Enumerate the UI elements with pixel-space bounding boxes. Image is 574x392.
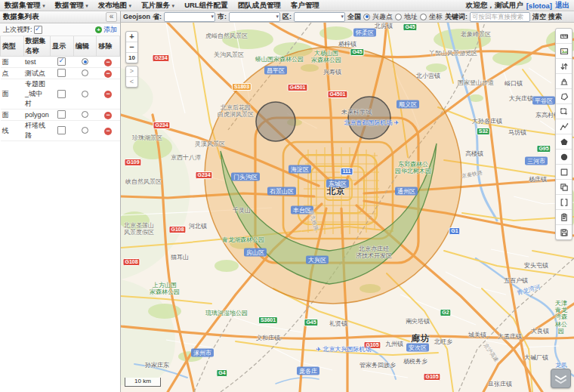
draw-polygon-button[interactable] [556, 89, 572, 104]
search-button[interactable]: 搜索 [548, 12, 562, 22]
dataset-type: 面 [1, 110, 24, 121]
dataset-name: 专题图_城中村 [23, 79, 51, 110]
edit-radio[interactable] [82, 127, 88, 134]
basemap-image-icon [560, 47, 569, 56]
measure-button[interactable] [556, 29, 572, 44]
add-dataset-button[interactable]: + 添加 [95, 25, 117, 35]
edit-radio[interactable] [82, 111, 88, 118]
clear-button[interactable]: 清空 [532, 12, 546, 22]
district-label: 区: [282, 12, 292, 22]
visible-checkbox[interactable] [57, 110, 66, 119]
clipboard-button[interactable] [556, 210, 572, 225]
poi-radio-label[interactable]: 兴趣点 [372, 12, 393, 22]
landmark-button[interactable] [556, 74, 572, 89]
poi-radio[interactable] [363, 14, 370, 20]
nationwide-button[interactable]: 全国 [347, 12, 361, 22]
chevron-down-icon: ▾ [211, 14, 214, 20]
chevron-down-icon: ▾ [341, 14, 344, 20]
menu-item-3[interactable]: 瓦片服务 ▾ [141, 1, 174, 11]
coord-radio[interactable] [420, 14, 427, 20]
table-row-3: 面polygon− [1, 110, 120, 121]
menu-item-4[interactable]: URL组件配置 [184, 1, 228, 11]
select-box-icon [560, 107, 569, 116]
last-view-row: 上次视野: + 添加 [0, 23, 120, 36]
district-select[interactable]: ▾ [294, 12, 345, 22]
scale-bar: 10 km [125, 378, 161, 387]
map-canvas[interactable]: G234G234G234G109G108G108G4501G4501G105G1… [121, 23, 574, 392]
address-radio[interactable] [395, 14, 402, 20]
history-control: > < [125, 66, 138, 88]
keyword-input[interactable] [470, 12, 530, 22]
keyword-label: 关键词: [445, 12, 468, 22]
menu-item-1[interactable]: 数据管理 ▾ [55, 1, 88, 11]
city-label: 市: [218, 12, 227, 22]
table-row-0: 面test− [1, 57, 120, 68]
clipboard-icon [560, 213, 569, 222]
coord-radio-label[interactable]: 坐标 [429, 12, 443, 22]
chevron-down-icon: ▾ [276, 14, 279, 20]
draw-polygon-icon [560, 92, 569, 101]
history-forward-button[interactable]: > [126, 66, 137, 77]
address-radio-label[interactable]: 地址 [404, 12, 418, 22]
table-row-4: 线杆塔线路− [1, 121, 120, 141]
visible-checkbox[interactable] [57, 126, 66, 134]
swap-icon [560, 62, 569, 71]
col-type: 类型 [1, 36, 24, 57]
dataset-name: 杆塔线路 [23, 121, 51, 141]
landmark-icon [560, 77, 569, 86]
swap-button[interactable] [556, 59, 572, 74]
select-box-button[interactable] [556, 104, 572, 119]
dataset-name: 测试点 [23, 68, 51, 79]
draw-polyline-button[interactable] [556, 119, 572, 134]
overlay-left-eye [256, 102, 295, 141]
last-view-checkbox[interactable] [34, 26, 42, 34]
plus-icon: + [95, 26, 102, 33]
edit-radio[interactable] [82, 69, 88, 76]
menu-item-6[interactable]: 客户管理 [291, 1, 319, 11]
menu-item-2[interactable]: 发布地图 ▾ [98, 1, 131, 11]
basemap-switcher-button[interactable] [551, 369, 571, 388]
visible-checkbox[interactable] [57, 90, 66, 98]
remove-button[interactable]: − [104, 70, 112, 78]
basemap-image-button[interactable] [556, 44, 572, 59]
clear-brackets-button[interactable] [556, 195, 572, 210]
col-remove: 移除 [97, 36, 120, 57]
history-back-button[interactable]: < [126, 77, 137, 87]
menu-items: 数据集管理 ▾数据管理 ▾发布地图 ▾瓦片服务 ▾URL组件配置 团队成员管理 … [5, 1, 329, 11]
drawn-overlays [205, 47, 461, 304]
city-select[interactable]: ▾ [229, 12, 280, 22]
collapse-sidebar-button[interactable]: « [106, 12, 117, 22]
menu-item-5[interactable]: 团队成员管理 [238, 1, 281, 11]
remove-button[interactable]: − [104, 128, 112, 135]
logout-link[interactable]: 退出 [555, 1, 569, 11]
save-icon [560, 228, 569, 237]
remove-button[interactable]: − [104, 112, 112, 119]
zoom-out-button[interactable]: − [126, 42, 137, 53]
draw-pentagon-icon [560, 137, 569, 147]
draw-circle-button[interactable] [556, 150, 572, 165]
chevron-down-icon: ▾ [172, 3, 175, 8]
edit-radio[interactable] [82, 91, 88, 97]
geojson-label[interactable]: Geojson [123, 13, 150, 20]
draw-rectangle-icon [560, 168, 569, 177]
visible-checkbox[interactable] [57, 69, 66, 77]
province-select[interactable]: ▾ [164, 12, 215, 22]
draw-rectangle-button[interactable] [556, 165, 572, 180]
welcome-text: 欢迎您，测试用户 [466, 1, 523, 11]
col-edit: 编辑 [73, 36, 97, 57]
menu-item-0[interactable]: 数据集管理 ▾ [5, 1, 45, 11]
remove-button[interactable]: − [104, 91, 112, 98]
edit-radio[interactable] [82, 58, 88, 65]
username-link[interactable]: [slotoa] [526, 2, 552, 10]
province-label: 省: [153, 12, 162, 22]
copy-feature-icon [560, 183, 569, 192]
remove-button[interactable]: − [104, 59, 112, 66]
copy-feature-button[interactable] [556, 180, 572, 195]
dataset-table: 类型 数据集名称 显示 编辑 移除 面test−点测试点−面专题图_城中村−面p… [0, 36, 120, 141]
visible-checkbox[interactable] [57, 57, 66, 66]
add-label[interactable]: 添加 [103, 25, 117, 35]
zoom-in-button[interactable]: + [126, 32, 137, 42]
map-toolbar [555, 28, 572, 240]
draw-pentagon-button[interactable] [556, 134, 572, 150]
save-button[interactable] [556, 225, 572, 239]
